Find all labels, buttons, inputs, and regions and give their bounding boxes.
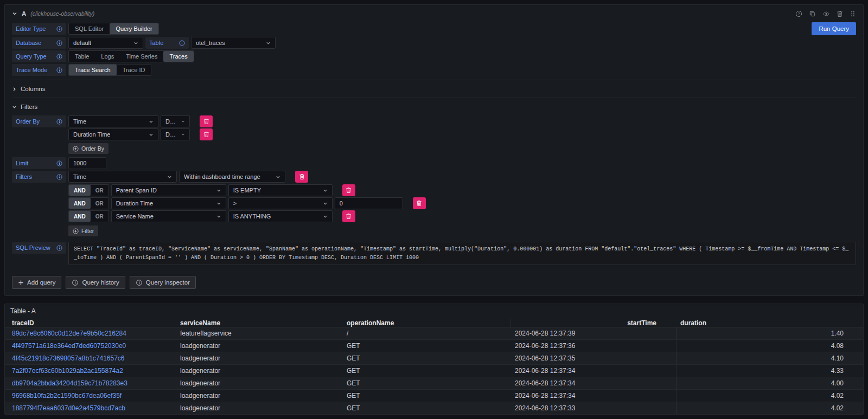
- order-by-field-select[interactable]: Duration Time: [68, 128, 158, 140]
- collapse-chevron-icon[interactable]: [12, 11, 17, 16]
- query-inspector-button[interactable]: Query inspector: [130, 276, 196, 289]
- table-label: Table: [145, 37, 189, 49]
- chevron-down-icon: [323, 201, 328, 206]
- conjunction-toggle: AND OR: [68, 184, 109, 196]
- datasource-name: (clickhouse-observability): [30, 10, 94, 17]
- remove-filter-button[interactable]: [413, 197, 426, 209]
- table-row: 7a2f07ecf63c60b1029ab2ac155874a2 loadgen…: [5, 365, 863, 377]
- trace-mode-option[interactable]: Trace Search: [69, 65, 117, 75]
- filter-operator-select[interactable]: IS ANYTHING: [228, 210, 333, 222]
- start-time-cell: 2024-06-28 12:37:39: [510, 330, 676, 337]
- order-by-field-select[interactable]: Time: [68, 115, 158, 127]
- query-type-option[interactable]: Table: [69, 51, 95, 62]
- add-order-by-button[interactable]: Order By: [68, 143, 108, 154]
- editor-type-option[interactable]: SQL Editor: [69, 23, 110, 34]
- filter-value-input[interactable]: [335, 197, 403, 209]
- info-icon[interactable]: [56, 26, 62, 32]
- chevron-down-icon: [266, 41, 271, 46]
- add-filter-button[interactable]: Filter: [68, 225, 98, 236]
- info-icon[interactable]: [56, 54, 62, 60]
- editor-type-label: Editor Type: [12, 23, 66, 35]
- operation-name-cell: GET: [342, 404, 510, 412]
- editor-type-option[interactable]: Query Builder: [110, 23, 158, 34]
- remove-order-by-button[interactable]: [200, 115, 213, 127]
- table-column-header[interactable]: operationName: [342, 319, 510, 327]
- trace-id-link[interactable]: db9704a2bbda34204d159c71b78283e3: [8, 379, 176, 387]
- trace-id-link[interactable]: 96968b10fa2b2c1590bc67dea06ef35f: [8, 392, 176, 399]
- order-by-direction-select[interactable]: DESC: [161, 115, 190, 127]
- info-icon[interactable]: [56, 119, 62, 125]
- filter-field-select[interactable]: Service Name: [111, 210, 226, 222]
- trace-id-link[interactable]: 1887794f7eaa6037d0e2a4579bcd7acb: [8, 404, 176, 412]
- table-select[interactable]: otel_traces: [191, 37, 276, 49]
- or-option[interactable]: OR: [91, 185, 108, 196]
- duration-cell: 4.08: [676, 340, 863, 352]
- remove-query-trash-icon[interactable]: [837, 10, 843, 17]
- query-type-option[interactable]: Traces: [163, 51, 193, 62]
- remove-order-by-button[interactable]: [200, 128, 213, 140]
- service-name-cell: loadgenerator: [176, 379, 342, 387]
- order-by-direction-select[interactable]: DESC: [161, 128, 190, 140]
- chevron-right-icon: [12, 87, 17, 92]
- conjunction-toggle: AND OR: [68, 210, 109, 222]
- duplicate-query-icon[interactable]: [809, 10, 816, 17]
- table-row: 4f497571a618e364ed7ded60752030e0 loadgen…: [5, 340, 863, 352]
- trace-mode-option[interactable]: Trace ID: [117, 65, 151, 75]
- table-column-header[interactable]: traceID: [8, 319, 176, 327]
- trace-id-link[interactable]: 7a2f07ecf63c60b1029ab2ac155874a2: [8, 367, 176, 375]
- info-icon[interactable]: [56, 40, 62, 46]
- help-circle-icon[interactable]: ?: [795, 10, 802, 17]
- query-history-button[interactable]: Query history: [66, 276, 125, 289]
- service-name-cell: featureflagservice: [176, 330, 342, 337]
- table-column-header[interactable]: duration: [676, 319, 863, 327]
- query-type-option[interactable]: Time Series: [120, 51, 163, 62]
- query-ref-id: A: [22, 10, 26, 17]
- remove-filter-button[interactable]: [342, 210, 355, 222]
- or-option[interactable]: OR: [91, 198, 108, 209]
- drag-handle-icon[interactable]: [850, 10, 856, 17]
- add-query-button[interactable]: Add query: [12, 276, 61, 289]
- database-select[interactable]: default: [68, 37, 143, 49]
- operation-name-cell: /: [342, 330, 510, 337]
- table-column-header[interactable]: serviceName: [176, 319, 342, 327]
- trace-id-link[interactable]: 89dc7e8c6060c0d12de7e9b50c216284: [8, 330, 176, 337]
- filter-operator-select[interactable]: >: [228, 197, 333, 209]
- info-icon[interactable]: [56, 174, 62, 180]
- panel-title: Table - A: [5, 307, 863, 319]
- run-query-button[interactable]: Run Query: [812, 22, 856, 35]
- operation-name-cell: GET: [342, 379, 510, 387]
- table-column-header[interactable]: startTime: [510, 319, 676, 327]
- time-filter-operator-select[interactable]: Within dashboard time range: [179, 171, 285, 183]
- chevron-down-icon: [323, 214, 328, 219]
- table-row: 89dc7e8c6060c0d12de7e9b50c216284 feature…: [5, 327, 863, 340]
- info-icon[interactable]: [179, 40, 185, 46]
- filter-operator-select[interactable]: IS EMPTY: [228, 184, 333, 196]
- query-type-option[interactable]: Logs: [95, 51, 120, 62]
- info-icon[interactable]: [56, 67, 62, 73]
- limit-input[interactable]: [68, 157, 106, 169]
- operation-name-cell: GET: [342, 367, 510, 375]
- service-name-cell: loadgenerator: [176, 404, 342, 412]
- remove-filter-button[interactable]: [342, 184, 355, 196]
- trace-id-link[interactable]: 4f45c21918c73698057a8b1c741657c6: [8, 354, 176, 362]
- info-icon[interactable]: [56, 245, 62, 251]
- filters-section-header[interactable]: Filters: [12, 102, 856, 112]
- time-filter-field-select[interactable]: Time: [68, 171, 177, 183]
- filters-time-row: Filters Time Within dashboard time range: [12, 171, 856, 183]
- and-option[interactable]: AND: [69, 211, 91, 222]
- or-option[interactable]: OR: [91, 211, 108, 222]
- remove-time-filter-button[interactable]: [295, 171, 308, 183]
- and-option[interactable]: AND: [69, 198, 91, 209]
- operation-name-cell: GET: [342, 392, 510, 399]
- info-icon[interactable]: [56, 160, 62, 166]
- columns-section-header[interactable]: Columns: [12, 84, 856, 94]
- trace-id-link[interactable]: 4f497571a618e364ed7ded60752030e0: [8, 342, 176, 350]
- trace-mode-label: Trace Mode: [12, 64, 66, 76]
- filters-section: Filters Order By Time: [12, 98, 856, 236]
- conjunction-toggle: AND OR: [68, 197, 109, 209]
- and-option[interactable]: AND: [69, 185, 91, 196]
- filter-field-select[interactable]: Parent Span ID: [111, 184, 226, 196]
- columns-section: Columns: [12, 80, 856, 94]
- filter-field-select[interactable]: Duration Time: [111, 197, 226, 209]
- eye-icon[interactable]: [822, 10, 830, 17]
